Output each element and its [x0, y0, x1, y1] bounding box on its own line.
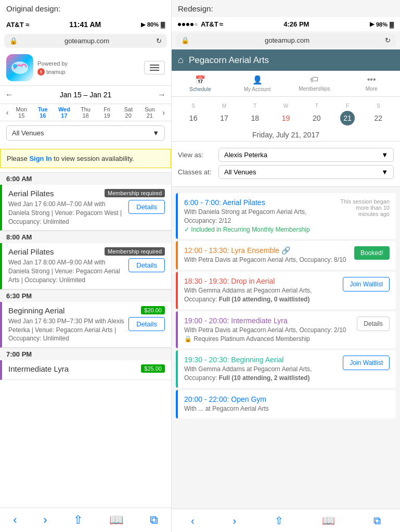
right-back-button[interactable]: ‹	[191, 515, 195, 527]
logo-area: Powered by t teamup	[0, 50, 171, 85]
r-class-info-intermediate-lyra: 19:00 - 20:00: Intermediate Lyra With Pe…	[184, 316, 353, 344]
classes-at-dropdown[interactable]: All Venues ▼	[218, 165, 394, 179]
right-reload-icon[interactable]: ↻	[385, 36, 391, 44]
details-button-intermediate-lyra[interactable]: Details	[357, 316, 390, 331]
right-share-button[interactable]: ⇧	[275, 514, 283, 527]
app-logo	[6, 54, 33, 81]
right-section-title: Redesign:	[172, 0, 400, 17]
right-time: 4:26 PM	[283, 20, 309, 28]
view-as-row: View as: Alexis Peterka ▼	[178, 148, 394, 162]
cal-day-thu-20[interactable]: T 20	[307, 101, 326, 128]
join-waitlist-button-beginning-aerial[interactable]: Join Waitlist	[343, 356, 390, 370]
time-label-630pm: 6:30 PM	[0, 289, 171, 302]
bookmarks-button[interactable]: 📖	[109, 513, 123, 527]
left-browser-bar[interactable]: 🔒 goteamup.com ↻	[4, 34, 167, 48]
menu-button[interactable]	[144, 61, 165, 74]
day-cell-mon[interactable]: Mon15	[11, 106, 32, 119]
cal-day-sun-16[interactable]: S 16	[184, 101, 203, 128]
tab-memberships[interactable]: 🏷 Memberships	[286, 71, 343, 96]
home-icon[interactable]: ⌂	[178, 55, 184, 66]
battery-level: 80%	[147, 21, 159, 28]
scroll-right-days[interactable]: ›	[160, 108, 167, 117]
tab-my-account[interactable]: 👤 My Account	[229, 71, 286, 96]
classes-list: 6:00 - 7:00: Aerial Pilates With Daniela…	[172, 187, 400, 509]
time-label-700pm: 7:00 PM	[0, 348, 171, 360]
right-browser-bar[interactable]: 🔒 goteamup.com ↻	[176, 33, 396, 47]
tab-schedule-label: Schedule	[189, 86, 211, 92]
class-card-aerial-pilates-2: Aerial Pilates Membership required Wed J…	[0, 243, 171, 289]
date-range: Jan 15 – Jan 21	[60, 91, 112, 99]
details-button-2[interactable]: Details	[128, 258, 165, 272]
left-venue-selector[interactable]: All Venues ▼	[6, 125, 165, 141]
right-tabs-button[interactable]: ⧉	[373, 515, 381, 527]
right-bookmarks-button[interactable]: 📖	[322, 514, 335, 527]
next-week-button[interactable]: →	[158, 90, 166, 99]
class-details-aerial-pilates-1: Wed Jan 17 6:00 AM–7:00 AM with Daniela …	[8, 200, 124, 226]
prev-week-button[interactable]: ←	[5, 90, 14, 99]
tabs-button[interactable]: ⧉	[150, 513, 158, 527]
time-label-800am: 8:00 AM	[0, 231, 171, 243]
right-bottom-toolbar: ‹ › ⇧ 📖 ⧉	[172, 509, 400, 532]
bluetooth-icon: ▶	[141, 21, 145, 28]
cal-day-fri-21[interactable]: F 21	[338, 101, 357, 128]
powered-by-text: Powered by t teamup	[37, 60, 68, 75]
class-details-beginning-aerial: Wed Jan 17 6:30 PM–7:30 PM with Alexis P…	[8, 317, 124, 343]
day-cell-tue[interactable]: Tue16	[32, 106, 54, 119]
day-cell-sun[interactable]: Sun21	[139, 106, 160, 119]
class-name-intermediate-lyra: Intermediate Lyra	[8, 364, 69, 373]
classes-at-value: All Venues	[224, 168, 256, 176]
forward-button[interactable]: ›	[43, 513, 47, 527]
left-status-bar: AT&T ≈ 11:41 AM ▶ 80% ▓	[0, 17, 171, 32]
left-bottom-toolbar: ‹ › ⇧ 📖 ⧉	[0, 508, 171, 532]
view-as-value: Alexis Peterka	[224, 151, 267, 159]
right-status-icons: ▶ 98% ▓	[370, 21, 394, 28]
account-icon: 👤	[252, 75, 263, 85]
memberships-icon: 🏷	[310, 75, 318, 84]
day-cell-thu[interactable]: Thu18	[75, 106, 96, 119]
reload-icon[interactable]: ↻	[156, 37, 162, 45]
tab-more-label: More	[366, 86, 378, 92]
right-wifi-icon: ≈	[220, 20, 223, 28]
classes-at-row: Classes at: All Venues ▼	[178, 165, 394, 179]
membership-badge-1: Membership required	[105, 189, 165, 197]
battery-icon: ▓	[161, 21, 165, 28]
right-forward-button[interactable]: ›	[233, 515, 237, 527]
scroll-left-days[interactable]: ‹	[4, 108, 11, 117]
cal-day-wed-19[interactable]: W 19	[276, 101, 295, 128]
left-time-section-600am: 6:00 AM Aerial Pilates Membership requir…	[0, 172, 171, 231]
r-class-sub-open-gym: With ... at Pegacorn Aerial Arts	[184, 404, 390, 413]
back-button[interactable]: ‹	[13, 513, 17, 527]
view-as-chevron-icon: ▼	[381, 151, 388, 159]
tab-more[interactable]: ••• More	[343, 71, 400, 96]
cal-day-tue-18[interactable]: T 18	[246, 101, 264, 128]
details-button-1[interactable]: Details	[128, 200, 165, 214]
booked-button-lyra-ensemble[interactable]: Booked!	[354, 246, 390, 260]
r-class-lock-intermediate-lyra: 🔒 Requires Platinum Advanced Membership	[184, 335, 353, 344]
r-class-info-aerial-pilates: 6:00 - 7:00: Aerial Pilates With Daniela…	[184, 198, 333, 234]
r-class-card-lyra-ensemble: 12:00 - 13:30: Lyra Ensemble 🔗 With Petr…	[176, 241, 396, 270]
dot-4	[190, 23, 193, 26]
day-cell-fri[interactable]: Fri19	[96, 106, 118, 119]
class-name-beginning-aerial: Beginning Aerial	[8, 306, 64, 315]
share-button[interactable]: ⇧	[73, 513, 83, 527]
dot-1	[178, 23, 181, 26]
r-class-time-beginning-aerial: 19:30 - 20:30: Beginning Aerial	[184, 356, 339, 364]
details-button-3[interactable]: Details	[128, 317, 165, 331]
dot-3	[186, 23, 189, 26]
day-cell-sat[interactable]: Sat20	[118, 106, 139, 119]
tab-schedule[interactable]: 📅 Schedule	[172, 71, 229, 96]
left-time-section-700pm: 7:00 PM Intermediate Lyra $25.00	[0, 348, 171, 380]
left-time-section-630pm: 6:30 PM Beginning Aerial $20.00 Wed Jan …	[0, 289, 171, 348]
cal-day-mon-17[interactable]: M 17	[215, 101, 234, 128]
day-headers: ‹ Mon15 Tue16 Wed17 Thu18 Fri19 Sat20 Su…	[0, 104, 171, 121]
cal-day-sat-22[interactable]: S 22	[369, 101, 388, 128]
join-waitlist-button-drop-in[interactable]: Join Waitlist	[343, 277, 390, 292]
view-as-dropdown[interactable]: Alexis Peterka ▼	[218, 148, 394, 162]
calendar-week: S 16 M 17 T 18 W 19 T 20 F 21	[172, 101, 400, 128]
calendar-strip: S 16 M 17 T 18 W 19 T 20 F 21	[172, 97, 400, 144]
dot-2	[182, 23, 185, 26]
current-date: Friday, July 21, 2017	[172, 128, 400, 142]
signin-link[interactable]: Sign In	[29, 155, 51, 162]
day-cell-wed[interactable]: Wed17	[54, 106, 75, 119]
r-class-included-aerial-pilates: ✓ Included in Recurring Monthly Membersh…	[184, 225, 333, 234]
